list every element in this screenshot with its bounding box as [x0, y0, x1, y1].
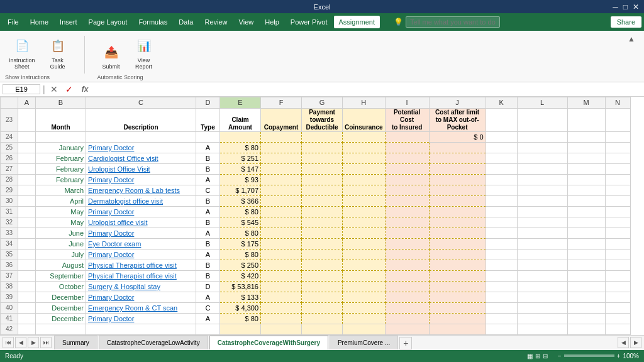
cell-m23[interactable]	[567, 108, 605, 131]
cell-c25[interactable]: Primary Doctor	[86, 142, 196, 153]
cell-m32[interactable]	[567, 217, 605, 228]
cell-f32[interactable]	[261, 217, 302, 228]
cell-d37[interactable]: B	[196, 270, 220, 281]
cell-j36[interactable]	[429, 260, 486, 270]
sheet-nav-prev[interactable]: ◀	[15, 337, 26, 348]
col-header-f[interactable]: F	[261, 97, 302, 108]
cell-l36[interactable]	[517, 260, 567, 270]
page-layout-view-icon[interactable]: ⊞	[535, 353, 540, 359]
cell-a28[interactable]	[18, 174, 36, 185]
cell-n27[interactable]	[605, 163, 630, 174]
cell-b29[interactable]: March	[36, 185, 86, 195]
cell-k33[interactable]	[486, 228, 517, 238]
cell-g27[interactable]	[302, 163, 343, 174]
ribbon-btn-submit[interactable]: 📤 Submit	[97, 40, 125, 73]
cell-e40[interactable]: $ 4,300	[220, 302, 261, 313]
cell-i39[interactable]	[385, 292, 429, 302]
cell-i40[interactable]	[385, 302, 429, 313]
cell-k37[interactable]	[486, 270, 517, 281]
cell-m27[interactable]	[567, 163, 605, 174]
cell-n29[interactable]	[605, 185, 630, 195]
ribbon-btn-instruction-sheet[interactable]: 📄 Instruction Sheet	[5, 33, 39, 74]
cell-j37[interactable]	[429, 270, 486, 281]
cell-k29[interactable]	[486, 185, 517, 195]
cell-n24[interactable]	[605, 131, 630, 142]
cell-l35[interactable]	[517, 249, 567, 260]
cell-a38[interactable]	[18, 281, 36, 292]
cell-f41[interactable]	[261, 313, 302, 324]
cell-c41[interactable]: Primary Doctor	[86, 313, 196, 324]
cell-g25[interactable]	[302, 142, 343, 153]
cell-c26[interactable]: Cardiologist Office visit	[86, 153, 196, 163]
cell-d28[interactable]: A	[196, 174, 220, 185]
cell-f38[interactable]	[261, 281, 302, 292]
col-header-k[interactable]: K	[486, 97, 517, 108]
cell-a39[interactable]	[18, 292, 36, 302]
cell-b34[interactable]: June	[36, 238, 86, 249]
cell-n23[interactable]	[605, 108, 630, 131]
cell-j42[interactable]	[429, 324, 486, 334]
cell-a27[interactable]	[18, 163, 36, 174]
cell-g31[interactable]	[302, 206, 343, 217]
cell-c27[interactable]: Urologist Office Visit	[86, 163, 196, 174]
cell-l41[interactable]	[517, 313, 567, 324]
cell-h35[interactable]	[343, 249, 386, 260]
cell-k41[interactable]	[486, 313, 517, 324]
cell-e35[interactable]: $ 80	[220, 249, 261, 260]
cell-i34[interactable]	[385, 238, 429, 249]
cell-j38[interactable]	[429, 281, 486, 292]
cell-e33[interactable]: $ 80	[220, 228, 261, 238]
cell-e34[interactable]: $ 175	[220, 238, 261, 249]
link-c37[interactable]: Physical Therapist office visit	[88, 272, 177, 280]
menu-view[interactable]: View	[234, 16, 259, 28]
cell-d31[interactable]: A	[196, 206, 220, 217]
cell-e37[interactable]: $ 420	[220, 270, 261, 281]
cell-f29[interactable]	[261, 185, 302, 195]
cell-g39[interactable]	[302, 292, 343, 302]
cell-m28[interactable]	[567, 174, 605, 185]
cell-m41[interactable]	[567, 313, 605, 324]
cell-n34[interactable]	[605, 238, 630, 249]
cell-b42[interactable]	[36, 324, 86, 334]
link-c32[interactable]: Urologist office visit	[88, 219, 148, 226]
menu-home[interactable]: Home	[25, 16, 53, 28]
cell-h31[interactable]	[343, 206, 386, 217]
cell-d30[interactable]: B	[196, 195, 220, 206]
cell-i27[interactable]	[385, 163, 429, 174]
cell-g24[interactable]	[302, 131, 343, 142]
link-c33[interactable]: Primary Doctor	[88, 229, 134, 237]
cell-h26[interactable]	[343, 153, 386, 163]
cell-i30[interactable]	[385, 195, 429, 206]
cell-m42[interactable]	[567, 324, 605, 334]
sheet-tab-catastrophe-low[interactable]: CatastropheCoverageLowActivity	[99, 336, 208, 349]
cell-n40[interactable]	[605, 302, 630, 313]
tell-me-input[interactable]	[406, 16, 500, 28]
cell-b28[interactable]: February	[36, 174, 86, 185]
cell-d35[interactable]: A	[196, 249, 220, 260]
cell-f26[interactable]	[261, 153, 302, 163]
cell-c38[interactable]: Surgery & Hospital stay	[86, 281, 196, 292]
cell-j27[interactable]	[429, 163, 486, 174]
cell-k31[interactable]	[486, 206, 517, 217]
cell-k24[interactable]	[486, 131, 517, 142]
cell-m31[interactable]	[567, 206, 605, 217]
cell-d25[interactable]: A	[196, 142, 220, 153]
cell-j33[interactable]	[429, 228, 486, 238]
cell-c35[interactable]: Primary Doctor	[86, 249, 196, 260]
cell-l40[interactable]	[517, 302, 567, 313]
cell-b33[interactable]: June	[36, 228, 86, 238]
col-header-h[interactable]: H	[343, 97, 386, 108]
cell-b41[interactable]: December	[36, 313, 86, 324]
cell-e38[interactable]: $ 53,816	[220, 281, 261, 292]
cell-m37[interactable]	[567, 270, 605, 281]
cell-a24[interactable]	[18, 131, 36, 142]
cell-b24[interactable]	[36, 131, 86, 142]
cell-d41[interactable]: A	[196, 313, 220, 324]
cell-i36[interactable]	[385, 260, 429, 270]
cell-d24[interactable]	[196, 131, 220, 142]
cell-e27[interactable]: $ 147	[220, 163, 261, 174]
cell-l26[interactable]	[517, 153, 567, 163]
cell-e24[interactable]	[220, 131, 261, 142]
cell-j41[interactable]	[429, 313, 486, 324]
cell-i26[interactable]	[385, 153, 429, 163]
